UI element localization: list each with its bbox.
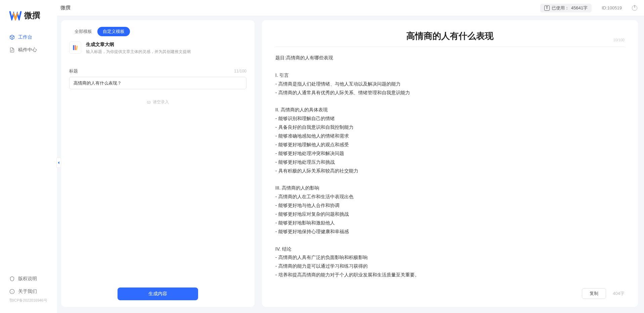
nav-label: 版权说明: [18, 276, 37, 282]
usage-badge[interactable]: T 已使用： 45641字: [540, 4, 592, 12]
record-hint-text: 请空录入: [153, 99, 169, 105]
power-icon[interactable]: [632, 5, 637, 11]
nav-footer: 版权说明 关于我们 鄂ICP备2022016946号: [0, 272, 57, 313]
text-icon: T: [544, 5, 550, 11]
form-section: 标题 11/100 请空录入: [61, 61, 255, 105]
tab-all-templates[interactable]: 全部模板: [69, 27, 97, 36]
left-panel: 全部模板 自定义模板 生成文章大纲 输入标题，为你提供文章主体的灵感，并为其创建…: [61, 20, 255, 307]
keyboard-icon: [147, 100, 151, 104]
nav-label: 关于我们: [18, 289, 37, 295]
usage-count: 45641字: [571, 5, 588, 11]
books-icon: [73, 45, 78, 51]
output-title-count: 10/100: [613, 38, 625, 42]
right-footer: 复制 404字: [582, 288, 625, 299]
nav-label: 工作台: [18, 34, 32, 40]
icp-text: 鄂ICP备2022016946号: [0, 298, 57, 306]
right-panel: 高情商的人有什么表现 10/100 题目:高情商的人有哪些表现 I. 引言 - …: [262, 20, 638, 307]
cube-icon: [9, 35, 15, 40]
nav-label: 稿件中心: [18, 47, 37, 53]
info-icon: [9, 289, 15, 294]
template-header: 生成文章大纲 输入标题，为你提供文章主体的灵感，并为其创建推文提纲: [61, 42, 255, 61]
output-title-wrap: 高情商的人有什么表现 10/100: [275, 30, 625, 47]
logo-text: 微撰: [24, 10, 40, 21]
generate-button[interactable]: 生成内容: [118, 288, 198, 300]
logo: 微撰: [0, 10, 57, 31]
user-id: ID:100519: [602, 5, 622, 10]
template-tabs: 全部模板 自定义模板: [61, 27, 255, 42]
page-title: 微撰: [60, 5, 71, 11]
template-info: 生成文章大纲 输入标题，为你提供文章主体的灵感，并为其创建推文提纲: [86, 42, 191, 55]
sidebar: 微撰 工作台 稿件中心 版权说明 关于我们 鄂ICP备2022016946号: [0, 0, 57, 313]
nav-about[interactable]: 关于我们: [0, 285, 57, 298]
document-icon: [9, 47, 15, 53]
main: 全部模板 自定义模板 生成文章大纲 输入标题，为你提供文章主体的灵感，并为其创建…: [61, 20, 638, 307]
nav: 工作台 稿件中心: [0, 31, 57, 272]
svg-rect-4: [75, 45, 76, 50]
output-body: 题目:高情商的人有哪些表现 I. 引言 - 高情商是指人们处理情绪、与他人互动以…: [275, 54, 625, 279]
word-count: 404字: [613, 291, 625, 297]
svg-rect-3: [73, 45, 74, 50]
header-right: T 已使用： 45641字 ID:100519: [540, 4, 637, 12]
record-hint[interactable]: 请空录入: [69, 99, 246, 105]
nav-workbench[interactable]: 工作台: [0, 31, 57, 44]
title-label-row: 标题 11/100: [69, 68, 246, 74]
template-desc: 输入标题，为你提供文章主体的灵感，并为其创建推文提纲: [86, 49, 191, 55]
usage-prefix: 已使用：: [552, 5, 569, 11]
sidebar-collapse[interactable]: [56, 158, 61, 168]
shield-icon: [9, 276, 15, 281]
template-name: 生成文章大纲: [86, 42, 191, 48]
nav-copyright[interactable]: 版权说明: [0, 272, 57, 285]
logo-icon: [9, 10, 21, 20]
copy-button[interactable]: 复制: [582, 288, 606, 299]
title-input[interactable]: [69, 77, 246, 89]
svg-rect-5: [76, 46, 78, 50]
nav-drafts[interactable]: 稿件中心: [0, 44, 57, 56]
chevron-left-icon: [57, 161, 60, 164]
svg-rect-6: [147, 101, 150, 103]
header: 微撰 T 已使用： 45641字 ID:100519: [0, 0, 644, 16]
title-label: 标题: [69, 68, 78, 74]
tab-custom-templates[interactable]: 自定义模板: [97, 27, 130, 36]
title-char-count: 11/100: [234, 69, 246, 73]
left-footer: 生成内容: [61, 288, 255, 300]
output-title: 高情商的人有什么表现: [275, 30, 625, 42]
template-icon: [69, 42, 81, 54]
